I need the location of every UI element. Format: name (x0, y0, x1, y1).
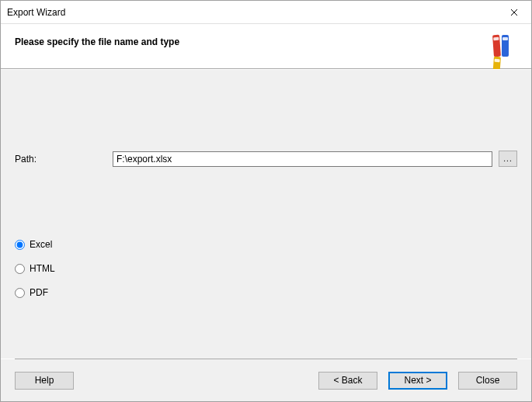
ellipsis-icon: ... (503, 154, 512, 163)
wizard-body: Path: ... Excel HTML PDF (1, 69, 531, 359)
path-label: Path: (15, 154, 106, 165)
close-button[interactable]: Close (458, 372, 517, 390)
wizard-footer: Help < Back Next > Close (1, 359, 531, 401)
radio-input-pdf[interactable] (15, 288, 25, 298)
close-icon (510, 6, 518, 19)
back-button[interactable]: < Back (318, 372, 377, 390)
radio-option-pdf[interactable]: PDF (15, 285, 55, 300)
page-title: Please specify the file name and type (15, 36, 179, 47)
next-button[interactable]: Next > (388, 372, 447, 390)
radio-label: PDF (30, 287, 48, 298)
binders-icon (492, 35, 517, 60)
wizard-header: Please specify the file name and type (1, 24, 531, 69)
export-wizard-window: Export Wizard Please specify the file na… (0, 0, 532, 402)
path-row: Path: ... (15, 151, 517, 167)
path-input[interactable] (113, 151, 492, 167)
radio-input-excel[interactable] (15, 240, 25, 250)
radio-label: Excel (30, 239, 52, 250)
window-close-button[interactable] (496, 1, 531, 23)
radio-option-excel[interactable]: Excel (15, 237, 55, 252)
window-title: Export Wizard (7, 7, 65, 18)
format-radio-group: Excel HTML PDF (15, 237, 55, 309)
radio-label: HTML (30, 263, 55, 274)
help-button[interactable]: Help (15, 372, 74, 390)
radio-input-html[interactable] (15, 264, 25, 274)
browse-button[interactable]: ... (499, 151, 517, 167)
titlebar: Export Wizard (1, 1, 531, 24)
radio-option-html[interactable]: HTML (15, 261, 55, 276)
